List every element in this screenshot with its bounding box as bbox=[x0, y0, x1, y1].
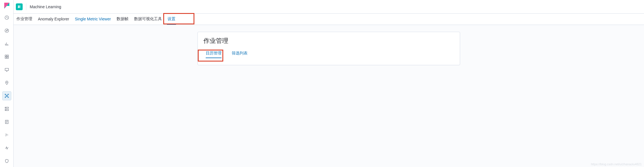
space-badge[interactable]: 默 bbox=[16, 3, 23, 10]
app-sidebar bbox=[0, 0, 14, 167]
page-content: 作业管理 日历管理 筛选列表 bbox=[14, 25, 644, 167]
uptime-icon[interactable] bbox=[2, 143, 11, 153]
svg-rect-4 bbox=[5, 57, 7, 58]
dashboard-icon[interactable] bbox=[2, 52, 11, 61]
card-tab-filter-list[interactable]: 筛选列表 bbox=[232, 51, 248, 58]
tab-settings[interactable]: 设置 bbox=[167, 14, 176, 25]
svg-rect-13 bbox=[5, 107, 8, 108]
recent-icon[interactable] bbox=[2, 13, 11, 22]
discover-icon[interactable] bbox=[2, 26, 11, 35]
apm-icon[interactable] bbox=[2, 130, 11, 139]
tab-data-frames[interactable]: 数据帧 bbox=[116, 14, 129, 25]
svg-point-7 bbox=[6, 82, 7, 83]
main-area: 默 Machine Learning 作业管理 Anomaly Explorer… bbox=[14, 0, 644, 167]
svg-rect-5 bbox=[7, 57, 8, 58]
ml-icon[interactable] bbox=[2, 91, 11, 100]
card-title: 作业管理 bbox=[203, 37, 454, 45]
siem-icon[interactable] bbox=[2, 157, 11, 166]
settings-card: 作业管理 日历管理 筛选列表 bbox=[198, 32, 460, 65]
svg-rect-2 bbox=[5, 55, 7, 56]
top-breadcrumb-bar: 默 Machine Learning bbox=[14, 0, 644, 14]
infra-icon[interactable] bbox=[2, 104, 11, 113]
tab-data-visualizer[interactable]: 数据可视化工具 bbox=[134, 14, 162, 25]
kibana-logo-icon[interactable] bbox=[3, 2, 10, 9]
svg-point-16 bbox=[6, 110, 6, 110]
tab-anomaly-explorer[interactable]: Anomaly Explorer bbox=[37, 14, 70, 25]
svg-rect-6 bbox=[5, 68, 8, 71]
ml-tab-bar: 作业管理 Anomaly Explorer Single Metric View… bbox=[14, 14, 644, 25]
canvas-icon[interactable] bbox=[2, 65, 11, 74]
svg-rect-14 bbox=[5, 109, 8, 111]
visualize-icon[interactable] bbox=[2, 39, 11, 48]
svg-point-15 bbox=[6, 108, 6, 108]
svg-point-1 bbox=[5, 29, 8, 33]
breadcrumb-title[interactable]: Machine Learning bbox=[26, 3, 61, 10]
card-tab-bar: 日历管理 筛选列表 bbox=[203, 51, 454, 58]
svg-rect-3 bbox=[7, 55, 8, 56]
maps-icon[interactable] bbox=[2, 78, 11, 87]
tab-single-metric-viewer[interactable]: Single Metric Viewer bbox=[74, 14, 111, 25]
card-tab-calendar[interactable]: 日历管理 bbox=[206, 51, 222, 58]
tab-job-management[interactable]: 作业管理 bbox=[16, 14, 33, 25]
watermark-text: https://blog.csdn.net/u/zhanaolu4821 bbox=[591, 162, 642, 166]
logs-icon[interactable] bbox=[2, 117, 11, 126]
